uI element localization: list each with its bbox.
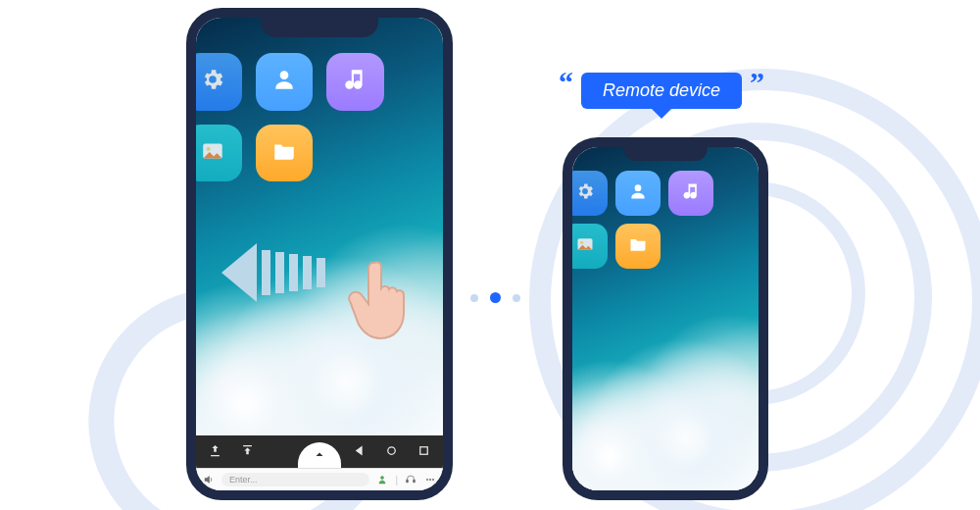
sound-toggle-button[interactable] <box>202 473 216 486</box>
picture-icon <box>575 234 595 258</box>
phone-notch <box>261 18 378 37</box>
app-grid <box>563 171 766 269</box>
gear-icon <box>575 181 595 205</box>
app-grid <box>186 53 453 181</box>
local-phone: Enter... | <box>186 8 453 500</box>
nav-home-button[interactable] <box>384 443 399 462</box>
app-files[interactable] <box>256 125 314 182</box>
music-note-icon <box>342 67 368 96</box>
picture-icon <box>200 138 225 168</box>
app-contacts[interactable] <box>615 171 661 216</box>
phone-notch <box>624 147 708 161</box>
svg-point-10 <box>432 479 434 481</box>
folder-icon <box>271 138 297 168</box>
connection-dot-active <box>490 292 501 303</box>
svg-point-2 <box>207 146 211 150</box>
svg-point-13 <box>580 241 583 244</box>
connection-indicator <box>470 292 520 303</box>
svg-rect-6 <box>407 480 409 483</box>
swipe-arrow-icon <box>221 243 325 302</box>
svg-point-11 <box>635 184 642 191</box>
app-files[interactable] <box>615 224 661 269</box>
remote-device-label: Remote device <box>581 73 742 109</box>
gear-icon <box>200 67 225 96</box>
chat-input-bar: Enter... | <box>196 468 443 490</box>
app-music[interactable] <box>668 171 713 216</box>
toolbar-expand-button[interactable] <box>298 442 341 469</box>
svg-point-9 <box>429 479 431 481</box>
person-icon <box>628 181 648 205</box>
person-icon <box>271 67 297 96</box>
app-music[interactable] <box>326 53 384 111</box>
support-button[interactable] <box>404 473 417 486</box>
more-button[interactable] <box>423 473 437 486</box>
swipe-left-gesture <box>221 224 417 322</box>
control-toolbar <box>196 435 443 469</box>
app-gallery[interactable] <box>563 224 608 269</box>
svg-rect-4 <box>420 446 428 454</box>
nav-recents-button[interactable] <box>416 443 431 462</box>
chat-divider: | <box>395 475 398 485</box>
send-button[interactable] <box>375 473 389 486</box>
remote-device-callout: “ Remote device ” <box>559 73 764 109</box>
remote-device-label-text: Remote device <box>603 80 720 100</box>
connection-dot <box>470 294 478 302</box>
upload-button[interactable] <box>208 443 222 462</box>
app-settings[interactable] <box>563 171 608 216</box>
download-button[interactable] <box>240 443 255 462</box>
app-contacts[interactable] <box>256 53 314 111</box>
close-quote-icon: ” <box>750 73 764 92</box>
app-settings[interactable] <box>186 53 242 111</box>
music-note-icon <box>681 181 701 205</box>
svg-point-0 <box>279 72 288 80</box>
svg-point-8 <box>426 479 428 481</box>
open-quote-icon: “ <box>559 73 573 92</box>
app-gallery[interactable] <box>186 125 242 182</box>
svg-point-3 <box>388 446 396 454</box>
svg-rect-7 <box>414 480 416 483</box>
folder-icon <box>628 234 648 258</box>
hand-pointer-icon <box>345 255 423 343</box>
remote-phone <box>563 137 768 500</box>
nav-back-button[interactable] <box>352 443 367 462</box>
svg-point-5 <box>381 477 384 480</box>
chat-input-placeholder: Enter... <box>229 475 258 484</box>
chat-input[interactable]: Enter... <box>221 473 369 486</box>
connection-dot <box>513 294 520 302</box>
